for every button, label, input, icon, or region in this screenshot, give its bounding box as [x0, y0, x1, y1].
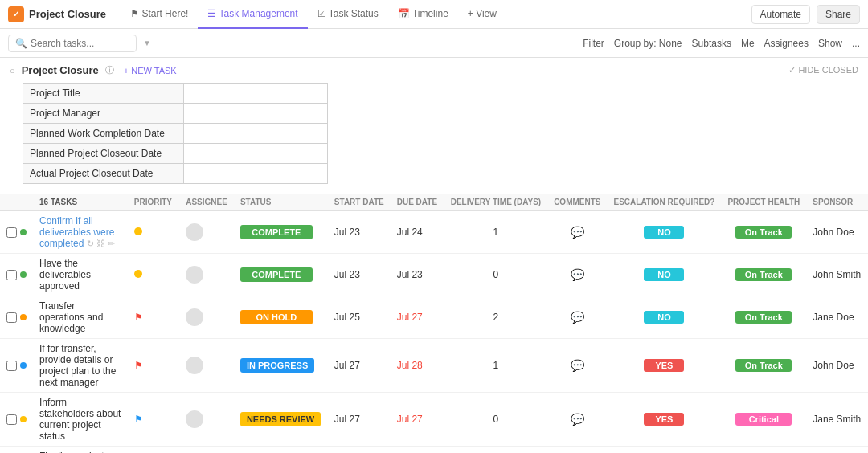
comments-cell[interactable]: 💬	[547, 254, 607, 296]
escalation-cell: NO	[607, 296, 721, 339]
status-badge[interactable]: ON HOLD	[240, 310, 313, 324]
section-toggle[interactable]: ○	[10, 66, 15, 76]
nav-tab-start-here![interactable]: ⚑ Start Here!	[121, 0, 198, 29]
health-cell: On Track	[721, 211, 806, 254]
status-cell[interactable]: NEEDS REVIEW	[234, 393, 328, 447]
escalation-badge: YES	[644, 359, 684, 372]
row-checkbox[interactable]	[6, 227, 17, 238]
info-value[interactable]	[184, 124, 328, 144]
delivery-cell: 0	[444, 393, 547, 447]
comments-cell[interactable]: 💬	[547, 393, 607, 447]
link-icon[interactable]: ⛓	[96, 239, 105, 249]
status-badge[interactable]: NEEDS REVIEW	[240, 412, 321, 426]
new-task-button[interactable]: + NEW TASK	[124, 66, 177, 76]
start-date-cell: Jul 23	[328, 211, 391, 254]
sponsor-cell: John Smith	[806, 254, 868, 296]
due-date-cell: Jul 27	[391, 393, 444, 447]
app-icon: ✓	[8, 6, 24, 22]
comment-icon[interactable]: 💬	[571, 226, 584, 239]
status-badge[interactable]: COMPLETE	[240, 267, 313, 282]
nav-tab-timeline[interactable]: 📅 Timeline	[388, 0, 458, 29]
info-value[interactable]	[184, 144, 328, 164]
escalation-badge: YES	[644, 413, 684, 426]
assignees-button[interactable]: Assignees	[764, 38, 809, 49]
me-button[interactable]: Me	[741, 38, 755, 49]
comment-icon[interactable]: 💬	[571, 311, 584, 324]
assignee-cell	[179, 447, 234, 454]
nav-tab-task-status[interactable]: ☑ Task Status	[308, 0, 388, 29]
row-checkbox-cell	[0, 211, 33, 254]
row-checkbox-cell	[0, 339, 33, 393]
info-table-row: Project Manager	[23, 104, 328, 124]
filter-button[interactable]: Filter	[583, 38, 604, 49]
escalation-cell: YES	[607, 393, 721, 447]
due-date-cell: Jul 28	[391, 339, 444, 393]
sponsor-name: John Smith	[813, 269, 861, 280]
status-badge[interactable]: COMPLETE	[240, 225, 313, 239]
table-row: Inform stakeholders about current projec…	[0, 393, 868, 447]
share-button[interactable]: Share	[817, 5, 860, 24]
nav-tab-task-management[interactable]: ☰ Task Management	[198, 0, 307, 29]
row-checkbox[interactable]	[6, 361, 17, 371]
sponsor-name: John Doe	[813, 360, 854, 371]
edit-icon[interactable]: ✏	[108, 239, 115, 249]
repeat-icon[interactable]: ↻	[87, 239, 94, 249]
search-icon: 🔍	[15, 38, 27, 49]
delivery-cell: 0	[444, 254, 547, 296]
escalation-badge: NO	[644, 311, 684, 324]
sponsor-cell: John Doe	[806, 447, 868, 454]
col-header-5: START DATE	[328, 194, 391, 211]
subtasks-button[interactable]: Subtasks	[692, 38, 731, 49]
task-name-cell: Have the deliverables approved	[33, 254, 128, 296]
delivery-cell: 1	[444, 339, 547, 393]
comments-cell[interactable]: 💬	[547, 296, 607, 339]
comment-icon[interactable]: 💬	[571, 359, 584, 372]
escalation-cell: NO	[607, 447, 721, 454]
info-value[interactable]	[184, 104, 328, 124]
more-button[interactable]: ...	[852, 38, 860, 49]
info-table-row: Actual Project Closeout Date	[23, 164, 328, 184]
table-row: If for transfer, provide details or proj…	[0, 339, 868, 393]
section-info-icon: ⓘ	[105, 64, 114, 76]
show-button[interactable]: Show	[818, 38, 842, 49]
delivery-days: 2	[493, 312, 499, 323]
status-cell[interactable]: IN PROGRESS	[234, 339, 328, 393]
col-header-9: ESCALATION REQUIRED?	[607, 194, 721, 211]
section-header: ○ Project Closure ⓘ + NEW TASK ✓ HIDE CL…	[0, 58, 868, 80]
search-input[interactable]	[31, 38, 129, 49]
row-checkbox[interactable]	[6, 312, 17, 323]
comments-cell[interactable]: 💬	[547, 339, 607, 393]
comments-cell[interactable]: 💬	[547, 447, 607, 454]
automate-button[interactable]: Automate	[751, 5, 810, 24]
due-date-cell: Jul 23	[391, 254, 444, 296]
search-dropdown-icon[interactable]: ▼	[143, 39, 151, 47]
search-box[interactable]: 🔍	[8, 35, 137, 52]
section-name: Project Closure	[22, 64, 99, 76]
health-badge: On Track	[735, 311, 792, 324]
top-nav: ✓ Project Closure ⚑ Start Here!☰ Task Ma…	[0, 0, 868, 29]
info-value[interactable]	[184, 84, 328, 104]
info-label: Project Manager	[23, 104, 184, 124]
col-header-6: DUE DATE	[391, 194, 444, 211]
info-table-row: Planned Work Completion Date	[23, 124, 328, 144]
nav-tab-+-view[interactable]: + View	[458, 0, 506, 29]
hide-closed-button[interactable]: ✓ HIDE CLOSED	[788, 65, 858, 76]
row-dot	[20, 416, 27, 422]
info-value[interactable]	[184, 164, 328, 184]
status-cell[interactable]: PENDING	[234, 447, 328, 454]
task-name-cell: If for transfer, provide details or proj…	[33, 339, 128, 393]
info-table-row: Project Title	[23, 84, 328, 104]
status-badge[interactable]: IN PROGRESS	[240, 358, 314, 373]
priority-flag: ⚑	[134, 312, 143, 323]
escalation-cell: NO	[607, 211, 721, 254]
sponsor-cell: John Doe	[806, 211, 868, 254]
status-cell[interactable]: COMPLETE	[234, 211, 328, 254]
row-checkbox[interactable]	[6, 270, 17, 280]
status-cell[interactable]: COMPLETE	[234, 254, 328, 296]
comment-icon[interactable]: 💬	[571, 413, 584, 426]
comments-cell[interactable]: 💬	[547, 211, 607, 254]
status-cell[interactable]: ON HOLD	[234, 296, 328, 339]
comment-icon[interactable]: 💬	[571, 268, 584, 281]
group-by-button[interactable]: Group by: None	[614, 38, 682, 49]
row-checkbox[interactable]	[6, 414, 17, 425]
